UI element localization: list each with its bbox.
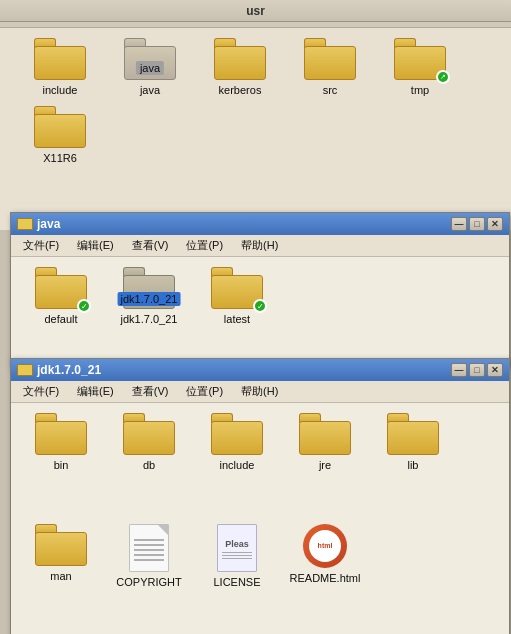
default-green-badge	[77, 299, 91, 313]
java-window-title-left: java	[17, 217, 60, 231]
usr-panel: usr include java java	[0, 0, 511, 230]
folder-icon-bin	[35, 413, 87, 455]
java-menu-location[interactable]: 位置(P)	[178, 236, 231, 255]
folder-label-src: src	[323, 84, 338, 96]
folder-icon-latest	[211, 267, 263, 309]
folder-man[interactable]: man	[21, 524, 101, 633]
jdk-window-titlebar: jdk1.7.0_21 — □ ✕	[11, 359, 509, 381]
folder-src[interactable]: src	[290, 38, 370, 96]
usr-title: usr	[246, 4, 265, 18]
readme-inner: html	[309, 530, 341, 562]
file-label-readme: README.html	[290, 572, 361, 584]
folder-label-default: default	[44, 313, 77, 325]
jdk-window-menubar: 文件(F) 编辑(E) 查看(V) 位置(P) 帮助(H)	[11, 381, 509, 403]
java-window-titlebar: java — □ ✕	[11, 213, 509, 235]
folder-icon-x11r6	[34, 106, 86, 148]
jdk-window-title: jdk1.7.0_21	[37, 363, 101, 377]
folder-label-kerberos: kerberos	[219, 84, 262, 96]
folder-x11r6[interactable]: X11R6	[20, 106, 100, 164]
jdk-menu-help[interactable]: 帮助(H)	[233, 382, 286, 401]
folder-label-latest: latest	[224, 313, 250, 325]
java-window-content: default jdk1.7.0_21 jdk1.7.0_21 latest	[11, 257, 509, 365]
tmp-arrow-badge	[436, 70, 450, 84]
folder-icon-tmp	[394, 38, 446, 80]
java-menu-help[interactable]: 帮助(H)	[233, 236, 286, 255]
latest-green-badge	[253, 299, 267, 313]
folder-label-bin: bin	[54, 459, 69, 471]
file-copyright[interactable]: COPYRIGHT	[109, 524, 189, 633]
file-icon-readme: html	[303, 524, 347, 568]
folder-label-tmp: tmp	[411, 84, 429, 96]
file-icon-license: Pleas	[217, 524, 257, 572]
folder-tmp[interactable]: tmp	[380, 38, 460, 96]
folder-label-man: man	[50, 570, 71, 582]
jdk-window-title-left: jdk1.7.0_21	[17, 363, 101, 377]
jdk-window: jdk1.7.0_21 — □ ✕ 文件(F) 编辑(E) 查看(V) 位置(P…	[10, 358, 510, 634]
folder-label-jdk: jdk1.7.0_21	[121, 313, 178, 325]
folder-latest[interactable]: latest	[197, 267, 277, 355]
jdk-menu-view[interactable]: 查看(V)	[124, 382, 177, 401]
folder-label-java: java	[140, 84, 160, 96]
java-menu-view[interactable]: 查看(V)	[124, 236, 177, 255]
folder-label-db: db	[143, 459, 155, 471]
java-window-folder-icon	[17, 218, 33, 230]
folder-icon-kerberos	[214, 38, 266, 80]
usr-content: include java java kerberos	[0, 28, 511, 174]
folder-icon-db	[123, 413, 175, 455]
folder-kerberos[interactable]: kerberos	[200, 38, 280, 96]
folder-icon-java: java	[124, 38, 176, 80]
jdk-close-button[interactable]: ✕	[487, 363, 503, 377]
folder-icon-default	[35, 267, 87, 309]
file-label-license: LICENSE	[213, 576, 260, 588]
jdk-window-folder-icon	[17, 364, 33, 376]
folder-java[interactable]: java java	[110, 38, 190, 96]
folder-include-jdk[interactable]: include	[197, 413, 277, 516]
java-folder-badge: java	[136, 61, 164, 75]
java-window-controls: — □ ✕	[451, 217, 503, 231]
jdk-minimize-button[interactable]: —	[451, 363, 467, 377]
java-close-button[interactable]: ✕	[487, 217, 503, 231]
java-menu-edit[interactable]: 编辑(E)	[69, 236, 122, 255]
jdk-menu-location[interactable]: 位置(P)	[178, 382, 231, 401]
folder-jre[interactable]: jre	[285, 413, 365, 516]
folder-icon-jdk: jdk1.7.0_21	[123, 267, 175, 309]
jdk-window-content: bin db include jre	[11, 403, 509, 634]
folder-label-x11r6: X11R6	[43, 152, 77, 164]
file-icon-copyright	[129, 524, 169, 572]
jdk-restore-button[interactable]: □	[469, 363, 485, 377]
folder-icon-include-jdk	[211, 413, 263, 455]
file-license[interactable]: Pleas LICENSE	[197, 524, 277, 633]
folder-db[interactable]: db	[109, 413, 189, 516]
folder-icon-jre	[299, 413, 351, 455]
folder-include[interactable]: include	[20, 38, 100, 96]
folder-jdk1-7-0-21[interactable]: jdk1.7.0_21 jdk1.7.0_21	[109, 267, 189, 355]
jdk-menu-file[interactable]: 文件(F)	[15, 382, 67, 401]
folder-icon-lib	[387, 413, 439, 455]
folder-label-include: include	[43, 84, 78, 96]
folder-label-jre: jre	[319, 459, 331, 471]
folder-lib[interactable]: lib	[373, 413, 453, 516]
file-label-copyright: COPYRIGHT	[116, 576, 181, 588]
java-menu-file[interactable]: 文件(F)	[15, 236, 67, 255]
folder-default[interactable]: default	[21, 267, 101, 355]
folder-label-lib: lib	[407, 459, 418, 471]
folder-label-include-jdk: include	[220, 459, 255, 471]
folder-bin[interactable]: bin	[21, 413, 101, 516]
file-readme[interactable]: html README.html	[285, 524, 365, 633]
jdk-window-controls: — □ ✕	[451, 363, 503, 377]
java-minimize-button[interactable]: —	[451, 217, 467, 231]
java-window-title: java	[37, 217, 60, 231]
folder-icon-man	[35, 524, 87, 566]
java-restore-button[interactable]: □	[469, 217, 485, 231]
jdk-menu-edit[interactable]: 编辑(E)	[69, 382, 122, 401]
java-window-menubar: 文件(F) 编辑(E) 查看(V) 位置(P) 帮助(H)	[11, 235, 509, 257]
usr-titlebar: usr	[0, 0, 511, 22]
jdk-folder-badge: jdk1.7.0_21	[118, 292, 181, 306]
folder-icon-include	[34, 38, 86, 80]
folder-icon-src	[304, 38, 356, 80]
readme-html-text: html	[318, 542, 333, 550]
java-window: java — □ ✕ 文件(F) 编辑(E) 查看(V) 位置(P) 帮助(H)…	[10, 212, 510, 366]
